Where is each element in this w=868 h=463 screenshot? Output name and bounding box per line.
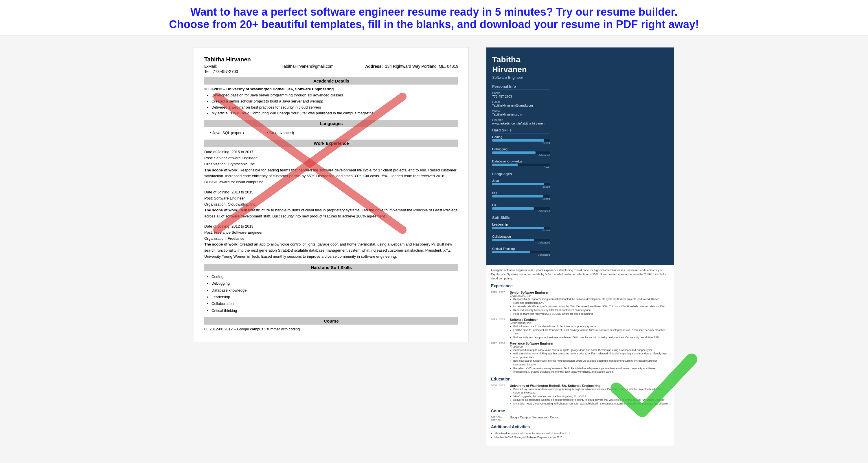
skill-level-label: Advanced (492, 241, 550, 244)
skill-name-label: Database Knowledge (492, 160, 550, 163)
skill-bar-bg (492, 139, 550, 142)
skill-1: Coding (212, 273, 458, 280)
exp-title: Software Engineer (510, 318, 669, 321)
exp-bullets: Responsible for spearheading teams that … (513, 297, 669, 316)
edu-bullet: Pursued my passion for Java server progr… (513, 387, 669, 395)
experience-entries: 2015 - 2017Senior Software EngineerCrypt… (491, 291, 669, 374)
skill-bar-item: DebuggingAdvanced (492, 147, 550, 157)
education-title: Education (491, 377, 669, 382)
banner: Want to have a perfect software engineer… (0, 0, 868, 36)
pi-phone: Phone 773-457-2703 (492, 91, 550, 98)
pi-email-label: E-mail (492, 100, 550, 104)
skill-name-label: Java (492, 179, 550, 182)
personal-info-label: Personal Info (492, 84, 550, 90)
left-contact-email-row: E-Mail: TabithaHirvanen@gmail.com Addres… (204, 64, 458, 69)
edu-bullet: VP of Jugger-is, the campus machine lear… (513, 395, 669, 399)
languages-skill-label: Languages (492, 172, 550, 177)
skill-bar-item: JavaExpert (492, 179, 550, 188)
skill-bar-fill (492, 251, 530, 253)
skill-level-label: Basic (492, 166, 550, 169)
pi-email-value: TabithaHirvanen@gmail.com (492, 104, 550, 107)
course-entry-right: 2012-06 - 2012-08Google Campus: Summer w… (491, 416, 669, 422)
exp-dates: 2013 - 2015 (491, 318, 507, 339)
right-top: Tabitha Hirvanen Software Engineer Perso… (486, 48, 674, 265)
edu-bullets: Pursued my passion for Java server progr… (513, 387, 669, 406)
skill-bar-item: CollaborationAdvanced (492, 235, 550, 244)
languages-header: Languages (204, 120, 458, 127)
exp-bullet: Built new search functionality into the … (513, 359, 669, 366)
academic-degree: 2008-2012 – University of Washington Bot… (204, 87, 458, 91)
left-address: 134 Rightward Way Portland, ME, 04019 (385, 64, 458, 69)
skill-bar-bg (492, 251, 550, 253)
work-entry-3: Date of Joining: 2012 to 2013 Post: Free… (204, 224, 458, 260)
exp-dates: 2015 - 2017 (491, 291, 507, 316)
skill-3: Database knowledge (212, 287, 458, 294)
course-header: Course (204, 317, 458, 325)
experience-entry: 2015 - 2017Senior Software EngineerCrypt… (491, 291, 669, 316)
work-org-2: Organization: Cloudwallop, Inc. (204, 202, 458, 208)
skill-name-label: Leadership (492, 223, 550, 226)
edu-content: University of Washington Bothell, BA, So… (510, 384, 669, 406)
hard-skills-bars: CodingExpertDebuggingAdvancedDatabase Kn… (492, 135, 550, 169)
exp-bullet: Headed team that received 2016 BOSSIE aw… (513, 312, 669, 316)
course-section: Course 2012-06 - 2012-08Google Campus: S… (491, 409, 669, 422)
hard-skills-label: Hard Skills (492, 128, 550, 134)
pi-phone-value: 773-457-2703 (492, 95, 550, 98)
edu-dates: 2008 - 2012 (491, 384, 507, 406)
work-post-3: Post: Freelance Software Engineer (204, 230, 458, 236)
skills-list: Coding Debugging Database knowledge Lead… (212, 273, 458, 314)
education-entries: 2008 - 2012University of Washington Both… (491, 384, 669, 406)
additional-bullet: Member, IAENG Society of Software Engine… (494, 435, 669, 439)
skill-bar-fill (492, 207, 534, 210)
skill-bar-bg (492, 207, 550, 210)
work-dates-2: Date of Joining: 2013 to 2015 (204, 190, 458, 196)
experience-entry: 2013 - 2015Software EngineerCloudwallop,… (491, 318, 669, 339)
skill-bar-item: SQLExpert (492, 191, 550, 200)
skill-name-label: Collaboration (492, 235, 550, 238)
work-scope-3: The scope of work: Created an app to all… (204, 241, 458, 259)
skill-bar-item: Critical ThinkingAdvanced (492, 247, 550, 256)
pi-linkedin-label: LinkedIn (492, 118, 550, 122)
skill-level-label: Expert (492, 198, 550, 200)
edu-entry: 2008 - 2012University of Washington Both… (491, 384, 669, 406)
lang-2: C# (advanced) (267, 131, 294, 135)
exp-bullets: Composed an app to allow voice control o… (513, 348, 669, 374)
languages-row: Java, SQL (expert) C# (advanced) (204, 129, 458, 136)
additional-section: Additional Activities Shortlisted for a … (491, 425, 669, 439)
work-post-1: Post: Senior Software Engineer (204, 155, 458, 161)
lang-skills-bars: JavaExpertSQLExpertC#Advanced (492, 179, 550, 212)
skill-level-label: Advanced (492, 154, 550, 157)
left-email: TabithaHirvanen@gmail.com (281, 64, 333, 69)
exp-bullet: Built infrastructure to handle millions … (513, 325, 669, 328)
exp-company: Cryptoconic, Inc. (510, 294, 669, 297)
banner-line1: Want to have a perfect software engineer… (11, 6, 857, 18)
exp-content: Senior Software EngineerCryptoconic, Inc… (510, 291, 669, 316)
additional-entry: Shortlisted for a National Center for Wo… (491, 432, 669, 439)
skill-bar-fill (492, 183, 544, 185)
work-org-1: Organization: Cryptoconic, Inc. (204, 161, 458, 167)
work-header: Work Experience (204, 140, 458, 147)
skill-bar-bg (492, 183, 550, 185)
exp-bullet: Composed an app to allow voice control o… (513, 348, 669, 352)
skill-bar-fill (492, 164, 518, 166)
summary: Energetic software engineer with 5 years… (491, 268, 669, 281)
left-tel-label: Tel: (204, 69, 211, 74)
skill-5: Collaboration (212, 300, 458, 307)
pi-linkedin-value: www.linkedin.com/in/tabitha-hirvanen (492, 122, 550, 125)
academic-degree-text: 2008-2012 – University of Washington Bot… (204, 87, 334, 91)
exp-bullet: Increased code efficiency of customer po… (513, 305, 669, 308)
work-entry-2: Date of Joining: 2013 to 2015 Post: Soft… (204, 190, 458, 220)
skill-level-label: Advanced (492, 210, 550, 212)
left-resume-name: Tabitha Hirvanen (204, 56, 458, 63)
left-tel: 773-457-2703 (213, 69, 238, 74)
skills-header: Hard and Soft Skills (204, 264, 458, 271)
course-title: Course (491, 409, 669, 414)
skill-2: Debugging (212, 280, 458, 287)
soft-skills-bars: LeadershipExpertCollaborationAdvancedCri… (492, 223, 550, 256)
pi-www: WWW TabithaHirvanen.com (492, 110, 550, 116)
left-email-label: E-Mail: (204, 64, 217, 69)
exp-title: Senior Software Engineer (510, 291, 669, 294)
work-scope-1: The scope of work: Responsible for leadi… (204, 167, 458, 185)
academic-bullet-3: Delivered a webinar on best practices fo… (212, 105, 458, 111)
experience-title: Experience (491, 284, 669, 289)
